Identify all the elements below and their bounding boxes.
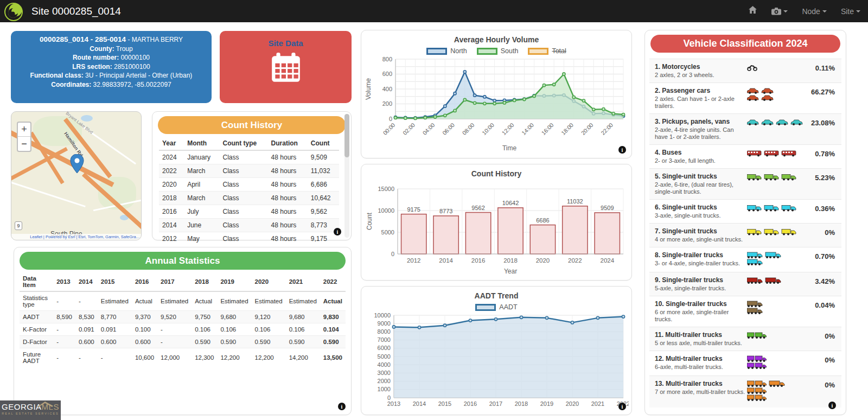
vehicle-class-row: 2. Passenger cars 2 axles. Can have 1- o… [649,82,841,113]
map-marker-icon[interactable] [70,154,84,174]
roof-icon [37,402,53,407]
svg-text:04:00: 04:00 [421,122,436,136]
chart-title: Average Hourly Volume [361,30,631,44]
svg-text:2016: 2016 [471,257,486,264]
table-cell: 48 hours [268,192,308,205]
table-cell: 0.100 [132,323,157,336]
vehicle-class-percentage: 0.04% [807,300,835,309]
vehicle-classification-list: 1. Motorcycles 2 axles, 2 or 3 wheels. 0… [649,59,841,408]
table-cell: 10,642 [308,192,339,205]
svg-text:2015: 2015 [438,400,451,407]
legend-item[interactable]: North [426,47,467,55]
info-icon[interactable]: i [334,228,341,236]
map-attribution[interactable]: Leaflet | Powered by Esri | Esri, TomTom… [11,234,141,240]
svg-text:800: 800 [382,56,392,62]
hourly-volume-chart[interactable]: 020040060080000:0002:0004:0006:0008:0010… [364,56,629,152]
vehicle-class-description: 2- or 3-axle, full length. [655,157,747,164]
table-cell: 14,200 [286,348,320,367]
column-header: 2016 [132,272,157,291]
info-icon[interactable]: i [618,146,626,154]
scrollbar-thumb[interactable] [344,114,349,157]
svg-text:9562: 9562 [471,205,484,211]
site-data-link[interactable]: Site Data [220,39,352,48]
vehicle-class-description: 7 or more axle, multi-trailer trucks. [655,389,747,396]
column-header: Count [308,137,339,150]
table-cell: 48 hours [268,232,308,246]
site-county: County: Troup [11,44,212,54]
vehicle-class-row: 6. Single-unit trucks 3-axle, single-uni… [649,199,841,223]
svg-text:2021: 2021 [591,400,604,407]
leaflet-map[interactable]: Hamilton Rd Bryant Lake Blvd South Pine … [11,111,142,240]
table-cell: 13,500 [320,348,346,367]
table-cell: - [75,348,98,367]
vehicle-class-icon [747,87,807,104]
column-header: 2017 [157,272,192,291]
table-cell: July [184,205,219,219]
home-button[interactable] [748,5,757,17]
legend-item[interactable]: AADT [475,303,517,311]
svg-text:10000: 10000 [378,207,394,214]
table-row: 2012MayClass48 hours9,175 [159,232,339,246]
table-cell: AADT [20,311,53,323]
info-icon[interactable]: i [338,403,346,410]
table-cell: 0.600 [75,336,98,348]
table-cell: D-Factor [20,336,53,348]
vehicle-class-icon [747,300,807,317]
table-cell: 9,120 [252,311,286,323]
svg-text:6686: 6686 [536,217,549,224]
svg-text:2017: 2017 [489,400,502,407]
table-cell: January [184,150,219,164]
vehicle-class-name: 11. Multi-trailer trucks [655,331,747,339]
chart-legend: North South Total [361,47,631,55]
node-menu[interactable]: Node [802,7,826,16]
vehicle-class-percentage: 5.23% [807,173,835,182]
site-lrs-section: LRS section: 2851000100 [11,62,212,72]
table-cell: - [75,291,98,311]
table-cell: - [53,323,75,336]
aadt-trend-chart[interactable]: 0100020003000400050006000700080009000100… [364,312,629,411]
svg-text:10:00: 10:00 [481,122,495,136]
camera-menu[interactable] [771,8,788,15]
scrollbar[interactable] [344,114,349,238]
table-cell: Class [219,150,267,164]
column-header: 2022 [320,272,346,291]
legend-item[interactable]: South [477,47,519,55]
svg-text:08:00: 08:00 [461,122,475,136]
vehicle-class-row: 5. Single-unit trucks 2-axle, 6-tire, (d… [649,168,841,199]
table-cell: Class [219,192,267,205]
svg-text:1000: 1000 [378,386,391,392]
svg-text:400: 400 [382,86,392,92]
chart-title: Count History [361,164,631,178]
vehicle-class-description: 3-axle, single-unit trucks. [655,212,747,219]
vehicle-class-row: 7. Single-unit trucks 4 or more axle, si… [649,223,841,247]
navbar: Site 0000285_0014 Node Site [0,0,868,22]
table-row: Future AADT---10,60012,00012,30012,20012… [20,348,346,367]
traffic-site-dashboard: Site 0000285_0014 Node Site 0000285_0014… [0,0,868,420]
info-icon[interactable]: i [828,402,836,409]
vehicle-class-percentage: 0% [807,355,835,364]
zoom-out-button[interactable]: − [18,137,30,151]
vehicle-class-icon [747,380,807,404]
zoom-in-button[interactable]: + [18,123,30,137]
table-cell: 2024 [159,150,184,164]
count-history-chart[interactable]: 0500010000150009175201287732014956220161… [364,179,629,277]
info-icon[interactable]: i [618,403,626,410]
svg-text:2022: 2022 [568,257,582,264]
svg-text:14:00: 14:00 [520,122,535,136]
legend-swatch [528,48,548,55]
site-data-card[interactable]: Site Data [220,31,352,103]
svg-text:2016: 2016 [464,400,477,407]
app-logo-icon[interactable] [4,1,26,22]
site-menu[interactable]: Site [841,7,860,16]
svg-text:22:00: 22:00 [599,122,614,136]
site-route-number: Route number: 00000100 [11,53,212,62]
svg-text:8773: 8773 [439,208,452,214]
svg-text:0: 0 [387,394,391,401]
chevron-down-icon [856,10,860,12]
svg-text:Time: Time [502,144,517,152]
legend-item[interactable]: Total [528,47,566,55]
svg-text:2019: 2019 [540,400,553,407]
svg-text:10642: 10642 [502,200,519,206]
svg-text:06:00: 06:00 [441,122,456,136]
table-cell: 48 hours [268,178,308,192]
